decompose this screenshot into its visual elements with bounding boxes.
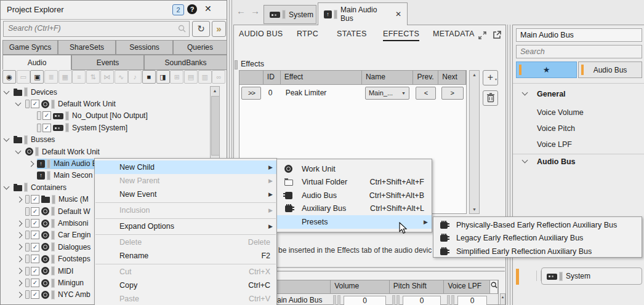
audio-bus-tab[interactable]: Audio Bus [578, 61, 642, 78]
expand-icon[interactable] [17, 256, 23, 262]
value-field-voice-lpf[interactable]: 0 [457, 296, 487, 305]
submenu-item-audio-bus[interactable]: Audio BusCtrl+Shift+Alt+B [277, 189, 432, 202]
project-explorer-titlebar[interactable]: Project Explorer 2 ? ✕ [1, 1, 227, 20]
inclusion-toggle-icon[interactable] [25, 255, 30, 263]
search-options-button[interactable]: » [212, 21, 226, 37]
menu-item-copy[interactable]: CopyCtrl+C [95, 279, 276, 292]
menu-item-new-parent[interactable]: New Parent▶ [95, 174, 276, 188]
inclusion-checkbox[interactable] [31, 279, 39, 287]
add-effect-button[interactable]: +▾ [483, 70, 498, 85]
work-unit-icon-button[interactable]: ◉ [2, 70, 16, 84]
doc-tab-main-audio-bus[interactable]: Main Audio Bus ✕ [318, 2, 408, 25]
mixer-col-header-pitch-shift[interactable]: Pitch Shift [390, 280, 445, 293]
list-icon-button[interactable]: ≡ [72, 70, 86, 84]
mixer-col-header-volume[interactable]: Volume [331, 280, 390, 293]
nav-back-icon[interactable]: ← [236, 6, 246, 16]
inclusion-checkbox[interactable] [31, 207, 39, 216]
menu-item-expand-options[interactable]: Expand Options▶ [95, 220, 276, 233]
search-input[interactable] [4, 22, 174, 33]
menu-item-new-event[interactable]: New Event▶ [95, 188, 276, 201]
tab-sessions[interactable]: Sessions [116, 40, 173, 55]
fader-icon-button[interactable]: ⇅ [86, 70, 100, 84]
inclusion-checkbox[interactable] [31, 243, 39, 252]
effects-col-header-effect[interactable]: Effect [281, 71, 362, 84]
inclusion-checkbox[interactable] [31, 231, 39, 239]
expand-icon[interactable] [17, 196, 23, 202]
inclusion-checkbox[interactable] [31, 219, 39, 228]
tree-item-devices[interactable]: Devices [2, 86, 209, 98]
nav-forward-icon[interactable]: → [251, 6, 260, 16]
help-icon[interactable]: ? [187, 4, 197, 14]
effects-col-header-prev[interactable]: Prev. [413, 71, 438, 84]
tab-soundbanks[interactable]: SoundBanks [144, 55, 227, 70]
preset-item-legacy-early-reflection-auxiliary-bus[interactable]: Legacy Early Reflection Auxiliary Bus [433, 232, 642, 245]
effects-col-header-name[interactable]: Name [362, 71, 414, 84]
effects-col-header-id[interactable]: ID [264, 71, 281, 84]
inclusion-toggle-icon[interactable] [25, 267, 30, 275]
effects-col-header-reorder[interactable] [239, 71, 264, 84]
collapse-icon[interactable] [15, 100, 22, 106]
scrollbar-thumb[interactable] [211, 96, 220, 156]
table-icon-button[interactable]: ▤ [184, 70, 198, 84]
inclusion-toggle-icon[interactable] [25, 195, 30, 204]
grid-icon-button[interactable]: ▦ [58, 70, 72, 84]
mixer-icon-button[interactable]: ≣ [44, 70, 58, 84]
value-field-pitch-shift[interactable]: 0 [403, 296, 441, 305]
folder-icon-button[interactable]: ▭ [17, 70, 30, 84]
expand-icon[interactable] [17, 220, 23, 226]
system-reference-item[interactable]: System [541, 267, 642, 285]
view-tab-audio-bus[interactable]: AUDIO BUS [239, 30, 283, 38]
scroll-up-icon[interactable]: ▲ [501, 295, 505, 299]
favorites-tab[interactable]: ★ [516, 61, 577, 78]
inclusion-toggle-icon[interactable] [25, 100, 30, 108]
panel-splitter[interactable] [507, 25, 508, 305]
expand-icon[interactable] [17, 244, 23, 250]
menu-item-delete[interactable]: DeleteDelete [95, 236, 276, 249]
inclusion-toggle-icon[interactable] [37, 111, 41, 120]
preset-item-simplified-early-reflection-auxiliary-bus[interactable]: Simplified Early Reflection Auxiliary Bu… [433, 245, 642, 258]
tab-audio[interactable]: Audio [2, 55, 71, 70]
inclusion-toggle-icon[interactable] [25, 243, 30, 252]
source-icon-button[interactable]: ∿ [115, 70, 128, 84]
submenu-item-virtual-folder[interactable]: Virtual FolderCtrl+Shift+Alt+F [277, 176, 432, 189]
tree-item-system-system[interactable]: System [System] [2, 122, 209, 133]
menu-item-new-child[interactable]: New Child▶ [95, 160, 276, 174]
view-tab-rtpc[interactable]: RTPC [297, 30, 318, 38]
submenu-item-work-unit[interactable]: Work Unit [277, 162, 432, 176]
tree-item-default-work-unit[interactable]: Default Work Unit [2, 98, 209, 109]
effects-col-header-next[interactable]: Next [438, 71, 466, 84]
virtual-folder-icon-button[interactable]: ▣ [30, 70, 44, 84]
view-tab-metadata[interactable]: METADATA [433, 30, 475, 38]
tab-sharesets[interactable]: ShareSets [58, 40, 116, 55]
mixer-col-header-voice-lpf[interactable]: Voice LPF [444, 280, 490, 293]
effect-name-dropdown[interactable]: Main_...▼ [365, 87, 409, 100]
tab-game-syncs[interactable]: Game Syncs [2, 40, 58, 55]
drag-grip-icon[interactable] [536, 271, 541, 281]
view-tab-effects[interactable]: EFFECTS [383, 30, 419, 41]
scroll-up-icon[interactable]: ▲ [470, 73, 479, 77]
menu-item-paste[interactable]: PasteCtrl+V [95, 292, 276, 305]
mixer-scrollbar[interactable]: ▲ [500, 293, 505, 305]
inclusion-checkbox[interactable] [31, 195, 39, 204]
scroll-up-icon[interactable]: ▲ [211, 89, 219, 93]
audio-bus-icon-button[interactable]: ■ [142, 70, 156, 84]
expand-icon[interactable] [17, 280, 23, 286]
next-button[interactable]: > [441, 87, 464, 100]
effects-scrollbar[interactable]: ▲ ▼ [469, 70, 480, 214]
close-icon[interactable]: ✕ [204, 4, 212, 14]
menu-item-cut[interactable]: CutCtrl+X [95, 265, 276, 279]
inclusion-checkbox[interactable] [31, 290, 39, 299]
collapse-icon[interactable] [4, 88, 10, 94]
inclusion-toggle-icon[interactable] [25, 207, 30, 216]
scroll-down-icon[interactable]: ▼ [470, 207, 479, 212]
collapse-icon[interactable] [15, 148, 22, 154]
prev-button[interactable]: < [416, 87, 436, 100]
expand-icon[interactable] [17, 292, 23, 298]
refresh-button[interactable]: ↻ [192, 21, 210, 37]
panel-splitter[interactable] [510, 25, 510, 305]
property-search-input[interactable] [517, 46, 642, 56]
reorder-button[interactable]: >> [241, 87, 261, 100]
inclusion-toggle-icon[interactable] [25, 231, 30, 239]
submenu-item-auxiliary-bus[interactable]: Auxiliary BusCtrl+Shift+Alt+L [277, 202, 432, 216]
inclusion-checkbox[interactable] [42, 124, 51, 132]
